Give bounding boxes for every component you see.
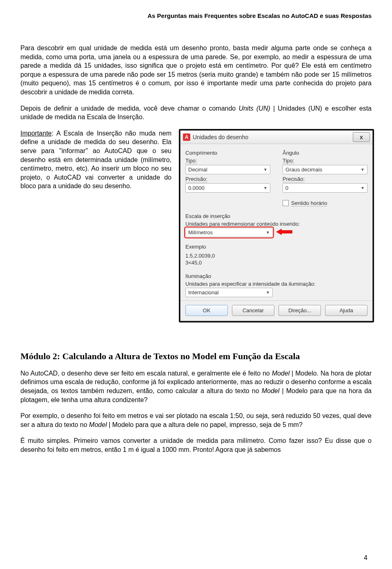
close-button[interactable]: x <box>353 132 370 142</box>
chevron-down-icon: ▼ <box>361 186 365 190</box>
page-header: As Perguntas mais Frequentes sobre Escal… <box>20 12 372 19</box>
chevron-down-icon: ▼ <box>361 167 365 172</box>
cancel-button[interactable]: Cancelar <box>232 305 274 316</box>
insertion-units-select[interactable]: Milímetros ▼ <box>185 228 273 237</box>
direction-button[interactable]: Direção... <box>278 305 321 316</box>
close-icon: x <box>360 134 363 140</box>
p4-model-1: Model <box>272 370 290 377</box>
example-label: Exemplo <box>185 244 368 250</box>
lighting-units-value: Internacional <box>188 289 218 296</box>
app-icon: A <box>183 133 190 141</box>
angle-type-value: Graus decimais <box>285 167 322 173</box>
paragraph-3: Importante: A Escala de Inserção não mud… <box>20 129 172 191</box>
insertion-units-value: Milímetros <box>188 229 213 236</box>
svg-marker-0 <box>276 229 292 235</box>
paragraph-6: É muito simples. Primeiro vamos converte… <box>20 436 372 454</box>
module-2-heading: Módulo 2: Calculando a Altura de Textos … <box>20 351 372 362</box>
example-line-1: 1.5,2.0039,0 <box>185 252 368 260</box>
dialog-title-text: Unidades do desenho <box>193 134 248 140</box>
page-number: 4 <box>364 554 368 562</box>
p3-important: Importante <box>20 130 51 137</box>
highlight-arrow-icon <box>276 228 292 236</box>
chevron-down-icon: ▼ <box>266 230 270 235</box>
p4-a: No AutoCAD, o desenho deve ser feito em … <box>20 370 272 377</box>
paragraph-5: Por exemplo, o desenho foi feito em metr… <box>20 411 372 429</box>
p5-c: | Modelo para que a altura dele no papel… <box>107 421 303 428</box>
length-type-value: Decimal <box>188 167 207 173</box>
chevron-down-icon: ▼ <box>263 186 267 190</box>
chevron-down-icon: ▼ <box>263 167 267 172</box>
angle-type-label: Tipo: <box>283 158 368 164</box>
clockwise-checkbox[interactable] <box>283 200 289 206</box>
insertion-scale-sub: Unidades para redimensionar conteúdo ins… <box>185 221 368 227</box>
p5-model: Model <box>89 421 107 428</box>
length-type-select[interactable]: Decimal ▼ <box>185 165 270 174</box>
p2-command: Units (UN) <box>238 105 270 112</box>
angle-precision-select[interactable]: 0 ▼ <box>283 183 368 193</box>
paragraph-1: Para descobrir em qual unidade de medida… <box>20 44 372 97</box>
p3-text: : A Escala de Inserção não muda nem defi… <box>20 130 172 190</box>
ok-button[interactable]: OK <box>185 305 228 316</box>
p2-text-a: Depois de definir a unidade de medida, v… <box>20 105 238 112</box>
length-precision-value: 0.0000 <box>188 185 205 191</box>
lighting-units-select[interactable]: Internacional ▼ <box>185 288 273 297</box>
angle-section-label: Ângulo <box>283 150 368 156</box>
length-precision-select[interactable]: 0.0000 ▼ <box>185 183 270 193</box>
lighting-sub: Unidades para especificar a intensidade … <box>185 281 368 287</box>
units-dialog: A Unidades do desenho x Comprimento Tipo… <box>179 129 374 322</box>
paragraph-4: No AutoCAD, o desenho deve ser feito em … <box>20 369 372 404</box>
example-line-2: 3<45,0 <box>185 259 368 267</box>
dialog-titlebar[interactable]: A Unidades do desenho x <box>180 131 372 144</box>
angle-precision-label: Precisão: <box>283 176 368 182</box>
length-section-label: Comprimento <box>185 150 270 156</box>
insertion-scale-label: Escala de inserção <box>185 213 368 219</box>
angle-precision-value: 0 <box>285 185 288 191</box>
clockwise-label: Sentido horário <box>291 200 327 207</box>
paragraph-2: Depois de definir a unidade de medida, v… <box>20 104 372 122</box>
length-type-label: Tipo: <box>185 158 270 164</box>
lighting-label: Iluminação <box>185 273 368 279</box>
chevron-down-icon: ▼ <box>266 290 270 295</box>
length-precision-label: Precisão: <box>185 176 270 182</box>
angle-type-select[interactable]: Graus decimais ▼ <box>283 165 368 174</box>
help-button[interactable]: Ajuda <box>325 305 368 316</box>
p4-model-2: Model <box>262 387 280 394</box>
